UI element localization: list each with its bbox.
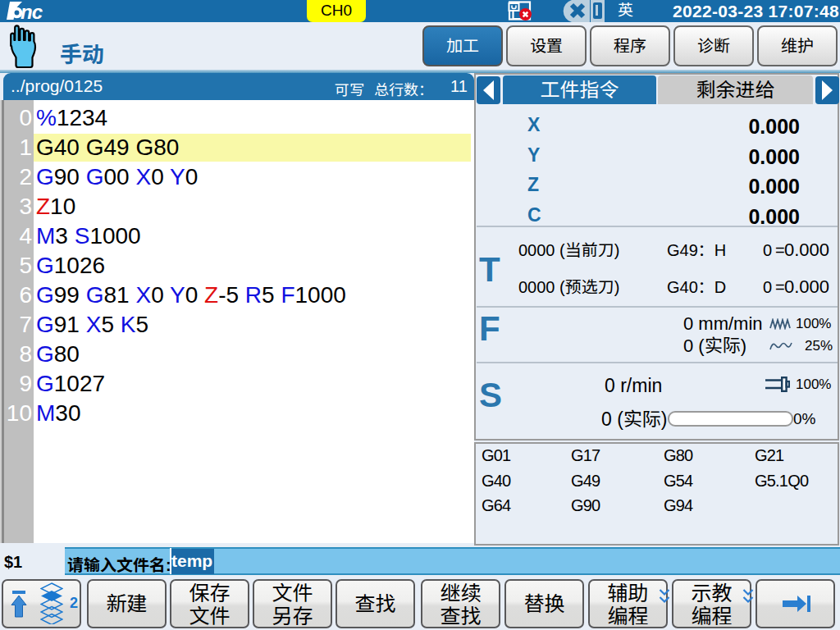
svg-text:nc: nc xyxy=(21,1,43,22)
